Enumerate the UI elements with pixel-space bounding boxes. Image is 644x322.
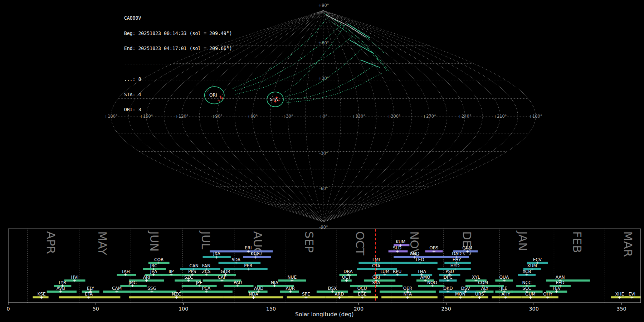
shower-label-ahy: AHY bbox=[501, 292, 510, 297]
shower-label-iip: IIP bbox=[169, 269, 174, 274]
month-label-jul: JUL bbox=[199, 230, 213, 249]
app-root: +180°+150°+120°+90°+60°+30°+0°+330°+300°… bbox=[0, 0, 644, 322]
map-longitude-label: +30° bbox=[283, 114, 293, 119]
shower-label-xhe: XHE bbox=[615, 292, 624, 297]
shower-label-hvi: HVI bbox=[71, 275, 79, 280]
shower-label-per: PER bbox=[244, 263, 253, 268]
shower-label-zcs: ZCS bbox=[202, 269, 210, 274]
shower-label-jmc: JMC bbox=[128, 280, 136, 285]
map-longitude-label: +180° bbox=[104, 114, 117, 119]
shower-label-pau: PAU bbox=[234, 280, 242, 285]
figure-background bbox=[0, 0, 644, 322]
info-line-count-sta: STA: 4 bbox=[124, 92, 232, 97]
shower-label-aur: AUR bbox=[286, 286, 295, 291]
shower-label-leo: LEO bbox=[416, 257, 424, 262]
shower-label-obs: OBS bbox=[429, 245, 438, 250]
map-longitude-label: +240° bbox=[458, 114, 471, 119]
shower-label-fan: FAN bbox=[202, 263, 210, 268]
shower-label-can: CAN bbox=[189, 263, 199, 268]
shower-bar-aan bbox=[546, 279, 590, 282]
shower-label-dra: DRA bbox=[343, 269, 353, 274]
radiant-activity-figure: +180°+150°+120°+90°+60°+30°+0°+330°+300°… bbox=[0, 0, 644, 322]
axis-tick-label: 250 bbox=[441, 306, 451, 312]
month-label-sep: SEP bbox=[302, 231, 316, 253]
map-longitude-label: +300° bbox=[387, 114, 401, 119]
shower-bar-sda bbox=[219, 262, 261, 264]
axis-tick-label: 150 bbox=[266, 306, 276, 312]
shower-label-psu: PSU bbox=[445, 269, 454, 274]
shower-label-jle: JLE bbox=[501, 286, 507, 291]
info-line-begin: Beg: 20251023 00:14:33 (sol = 209.49°) bbox=[124, 31, 232, 36]
info-line-end: End: 20251023 04:17:01 (sol = 209.66°) bbox=[124, 46, 232, 51]
shower-label-pps: PPS bbox=[188, 269, 196, 274]
shower-label-gdr: GDR bbox=[221, 269, 231, 274]
month-label-jan: JAN bbox=[516, 230, 530, 251]
shower-label-sld: SLD bbox=[393, 245, 401, 250]
month-label-jun: JUN bbox=[147, 230, 161, 252]
radiant-figure-stage: +180°+150°+120°+90°+60°+30°+0°+330°+300°… bbox=[0, 0, 644, 322]
shower-label-dad: DAD bbox=[452, 251, 462, 256]
info-line-divider: -------------------------------------- bbox=[124, 62, 232, 67]
shower-label-fed: FED bbox=[556, 280, 565, 285]
shower-label-dsv: DSV bbox=[461, 286, 470, 291]
shower-bar-nta bbox=[381, 296, 438, 298]
axis-tick-label: 50 bbox=[93, 306, 99, 312]
shower-label-ard: ARD bbox=[335, 292, 344, 297]
shower-label-qua: QUA bbox=[499, 275, 509, 280]
shower-label-ori: ORI bbox=[372, 275, 380, 280]
shower-label-ocu: OCU bbox=[357, 286, 367, 291]
shower-label-ncc: NCC bbox=[522, 280, 532, 285]
shower-label-com: COM bbox=[478, 280, 488, 285]
shower-label-cam: CAM bbox=[112, 286, 122, 291]
map-latitude-label: -30° bbox=[319, 151, 328, 156]
shower-label-lyr: LYR bbox=[59, 280, 66, 285]
shower-label-cta: CTA bbox=[372, 263, 381, 268]
month-label-mar: MAR bbox=[621, 231, 635, 257]
shower-label-spe: SPE bbox=[302, 292, 310, 297]
shower-label-amo: AMO bbox=[420, 275, 430, 280]
shower-label-ari: ARI bbox=[143, 275, 150, 280]
month-label-oct: OCT bbox=[353, 231, 367, 255]
info-panel: CA000V Beg: 20251023 00:14:33 (sol = 209… bbox=[124, 5, 232, 123]
shower-label-xcb: XCB bbox=[522, 269, 531, 274]
axis-tick-label: 0 bbox=[6, 306, 10, 312]
shower-label-aan: AAN bbox=[556, 275, 565, 280]
shower-label-kcg: KCG bbox=[251, 251, 260, 256]
info-line-count-ori: ORI: 3 bbox=[124, 107, 232, 112]
shower-label-dpc: DPC bbox=[444, 275, 453, 280]
shower-label-jpe: JPE bbox=[196, 280, 203, 285]
shower-label-and: AND bbox=[410, 251, 420, 256]
shower-label-tha: THA bbox=[417, 269, 426, 274]
shower-label-xum: XUM bbox=[527, 263, 537, 268]
shower-label-eri: ERI bbox=[245, 245, 252, 250]
shower-label-cap: CAP bbox=[218, 275, 226, 280]
map-longitude-label: +210° bbox=[493, 114, 507, 119]
map-longitude-label: +330° bbox=[352, 114, 365, 119]
radiant-label-sta: STA bbox=[270, 97, 278, 102]
info-line-count-sporadic: ...: 8 bbox=[124, 77, 232, 82]
shower-label-mon: MON bbox=[455, 292, 465, 297]
map-longitude-label: +60° bbox=[247, 114, 258, 119]
axis-tick-label: 100 bbox=[179, 306, 188, 312]
map-latitude-label: +90° bbox=[318, 3, 329, 8]
shower-label-jxa: JXA bbox=[213, 251, 221, 256]
shower-label-pca: PCA bbox=[202, 286, 211, 291]
shower-label-dkd: DKD bbox=[443, 286, 453, 291]
shower-label-ssg: SSG bbox=[147, 286, 156, 291]
month-label-feb: FEB bbox=[570, 231, 584, 253]
map-longitude-label: +270° bbox=[423, 114, 436, 119]
x-axis-title: Solar longitude (deg) bbox=[295, 311, 354, 318]
shower-label-nda: NDA bbox=[249, 292, 258, 297]
shower-label-scc: SCC bbox=[522, 286, 531, 291]
map-longitude-label: +180° bbox=[529, 114, 542, 119]
shower-label-kum: KUM bbox=[396, 239, 406, 244]
shower-label-ecv: ECV bbox=[533, 257, 542, 262]
axis-tick-label: 200 bbox=[354, 306, 364, 312]
shower-label-nzc: NZC bbox=[172, 292, 181, 297]
shower-label-sta: STA bbox=[372, 280, 380, 285]
shower-label-oer: OER bbox=[403, 286, 413, 291]
shower-label-lum: LUM bbox=[380, 269, 389, 274]
shower-bar-kcg bbox=[243, 256, 271, 258]
shower-label-avb: AVB bbox=[57, 286, 65, 291]
shower-label-xyl: XYL bbox=[472, 275, 480, 280]
